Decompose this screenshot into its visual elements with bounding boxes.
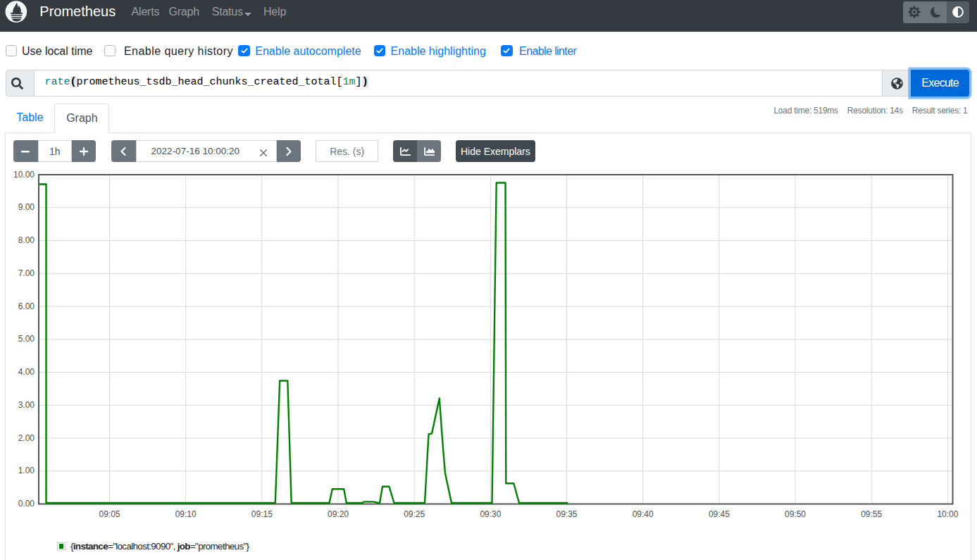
svg-text:10.00: 10.00 (13, 170, 35, 180)
svg-text:8.00: 8.00 (18, 235, 35, 245)
svg-text:10:00: 10:00 (937, 509, 958, 519)
svg-text:09:35: 09:35 (556, 509, 577, 519)
svg-text:09:25: 09:25 (404, 509, 425, 519)
svg-text:09:45: 09:45 (709, 509, 730, 519)
svg-text:0.00: 0.00 (18, 499, 35, 509)
svg-text:6.00: 6.00 (18, 301, 35, 311)
svg-text:09:20: 09:20 (328, 509, 349, 519)
svg-text:1.00: 1.00 (18, 466, 35, 475)
svg-text:09:10: 09:10 (175, 509, 197, 519)
svg-text:09:50: 09:50 (785, 509, 806, 519)
svg-text:09:05: 09:05 (99, 509, 120, 519)
svg-text:2.00: 2.00 (18, 433, 35, 443)
svg-text:09:30: 09:30 (480, 509, 501, 519)
svg-text:7.00: 7.00 (18, 268, 35, 278)
svg-text:09:55: 09:55 (861, 509, 882, 519)
svg-text:4.00: 4.00 (18, 367, 35, 377)
svg-text:09:40: 09:40 (633, 509, 654, 519)
svg-text:09:15: 09:15 (251, 509, 273, 519)
svg-text:5.00: 5.00 (18, 334, 35, 344)
svg-text:3.00: 3.00 (18, 400, 35, 410)
svg-text:9.00: 9.00 (18, 202, 35, 212)
